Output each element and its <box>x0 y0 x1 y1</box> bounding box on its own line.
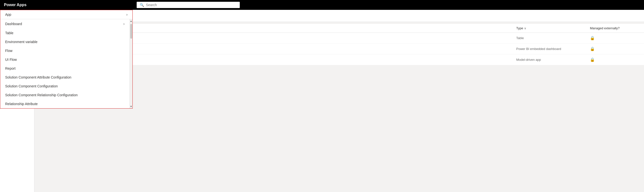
row-name-1[interactable]: All accounts revenue <box>84 47 516 51</box>
dropdown-item-flow-label: Flow <box>5 49 12 53</box>
table-row: ··· account Table 🔒 <box>69 33 644 44</box>
dropdown-item-env-var-label: Environment variable <box>5 40 38 44</box>
search-bar: 🔍 <box>133 0 644 10</box>
main-content: Publish all customizations ··· Name Type… <box>69 10 644 192</box>
toolbar: Publish all customizations ··· <box>69 10 644 22</box>
dropdown-body: Dashboard Table Environment variable Flo… <box>0 19 132 108</box>
dropdown-item-dashboard[interactable]: Dashboard <box>0 19 130 29</box>
dropdown-item-scc-label: Solution Component Configuration <box>5 84 58 88</box>
col-header-managed: Managed externally? <box>590 26 639 30</box>
new-dropdown-menu: App › Dashboard Table Environment variab… <box>0 10 133 109</box>
lock-icon-1: 🔒 <box>590 47 639 51</box>
table-row: ··· crfb6_Myapp Model-driven app 🔒 <box>69 54 644 65</box>
arrow-right-icon: › <box>126 13 128 17</box>
table-row: ··· All accounts revenue Power BI embedd… <box>69 44 644 54</box>
search-input[interactable] <box>146 3 236 7</box>
dropdown-scrollbar[interactable]: ▲ ▼ <box>130 19 132 108</box>
col-header-name: Name <box>84 26 516 30</box>
col-type-label: Type <box>516 26 523 30</box>
lock-icon-0: 🔒 <box>590 36 639 40</box>
dropdown-item-env-var[interactable]: Environment variable <box>0 37 130 46</box>
dropdown-item-scrc[interactable]: Solution Component Relationship Configur… <box>0 91 130 99</box>
dropdown-item-dashboard-label: Dashboard <box>5 22 22 26</box>
search-icon: 🔍 <box>140 3 144 7</box>
dropdown-item-table-label: Table <box>5 31 13 35</box>
row-type-2: Model-driven app <box>516 58 590 62</box>
dropdown-item-scc[interactable]: Solution Component Configuration <box>0 82 130 91</box>
solutions-table: Name Type ∨ Managed externally? ··· acco… <box>69 24 644 65</box>
dropdown-item-flow[interactable]: Flow <box>0 46 130 55</box>
row-type-0: Table <box>516 36 590 40</box>
dropdown-items: Dashboard Table Environment variable Flo… <box>0 19 130 108</box>
scrollbar-arrow-down[interactable]: ▼ <box>130 105 132 108</box>
sort-icon[interactable]: ∨ <box>524 27 526 30</box>
dropdown-item-report-label: Report <box>5 67 16 70</box>
row-name-0[interactable]: account <box>84 36 516 40</box>
dropdown-item-ui-flow[interactable]: UI Flow <box>0 55 130 64</box>
search-wrapper: 🔍 <box>136 2 240 8</box>
app-title: Power Apps <box>4 3 26 7</box>
lock-icon-2: 🔒 <box>590 57 639 62</box>
dropdown-item-rel-attr[interactable]: Relationship Attribute <box>0 99 130 108</box>
dropdown-item-scrc-label: Solution Component Relationship Configur… <box>5 93 78 97</box>
dropdown-app-item[interactable]: App › <box>0 10 132 19</box>
dropdown-item-table[interactable]: Table <box>0 29 130 37</box>
scrollbar-thumb[interactable] <box>130 24 132 39</box>
dropdown-item-scac-label: Solution Component Attribute Configurati… <box>5 75 71 79</box>
row-type-1: Power BI embedded dashboard <box>516 47 590 51</box>
dropdown-item-scac[interactable]: Solution Component Attribute Configurati… <box>0 73 130 82</box>
dropdown-item-report[interactable]: Report <box>0 64 130 73</box>
row-name-2[interactable]: crfb6_Myapp <box>84 58 516 62</box>
table-header: Name Type ∨ Managed externally? <box>69 24 644 33</box>
col-header-type: Type ∨ <box>516 26 590 30</box>
dropdown-item-rel-attr-label: Relationship Attribute <box>5 102 38 106</box>
dropdown-app-label: App <box>5 13 11 17</box>
scrollbar-arrow-up[interactable]: ▲ <box>130 19 132 23</box>
dropdown-item-ui-flow-label: UI Flow <box>5 58 17 62</box>
